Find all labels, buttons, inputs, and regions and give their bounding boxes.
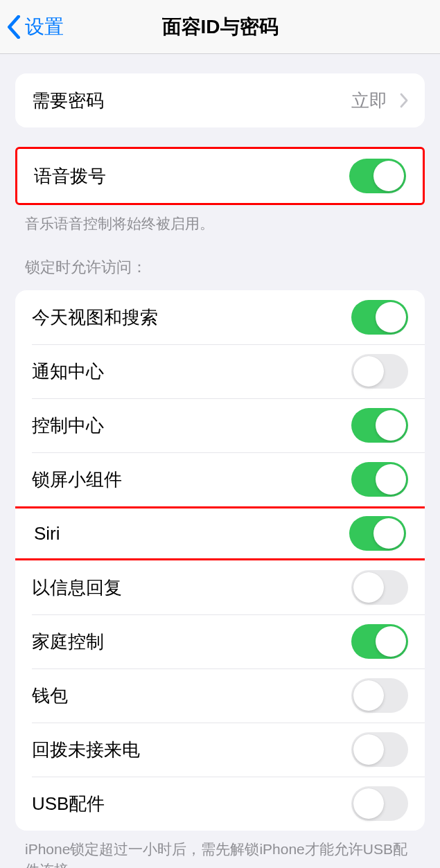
lock-access-toggle[interactable] [351, 354, 408, 389]
lock-access-row: 今天视图和搜索 [15, 290, 425, 344]
voice-dial-group: 语音拨号 [15, 147, 425, 205]
lock-access-label: 控制中心 [32, 414, 104, 438]
lock-access-toggle[interactable] [351, 462, 408, 497]
lock-access-label: 锁屏小组件 [32, 468, 122, 492]
require-passcode-value: 立即 [351, 89, 408, 113]
lock-access-row: 以信息回复 [15, 560, 425, 614]
lock-access-row: 家庭控制 [15, 614, 425, 668]
lock-access-label: USB配件 [32, 792, 105, 816]
navigation-bar: 设置 面容ID与密码 [0, 0, 440, 54]
require-passcode-row[interactable]: 需要密码 立即 [15, 73, 425, 127]
back-label: 设置 [25, 14, 64, 40]
lock-access-row: 钱包 [15, 668, 425, 723]
chevron-right-icon [400, 93, 408, 108]
lock-access-footer: iPhone锁定超过一小时后，需先解锁iPhone才能允许USB配件连接。 [0, 831, 440, 868]
lock-access-header: 锁定时允许访问： [0, 233, 440, 285]
lock-access-row: 通知中心 [15, 344, 425, 398]
voice-dial-toggle[interactable] [349, 159, 406, 193]
lock-access-toggle[interactable] [351, 786, 408, 821]
lock-access-toggle[interactable] [351, 570, 408, 605]
lock-access-label: 以信息回复 [32, 576, 122, 600]
passcode-group: 需要密码 立即 [15, 73, 425, 127]
lock-access-label: Siri [34, 523, 60, 544]
lock-access-label: 通知中心 [32, 360, 104, 384]
lock-access-group: 今天视图和搜索通知中心控制中心锁屏小组件Siri以信息回复家庭控制钱包回拨未接来… [15, 290, 425, 831]
lock-access-row: 锁屏小组件 [15, 452, 425, 506]
lock-access-label: 回拨未接来电 [32, 738, 140, 762]
voice-dial-footer: 音乐语音控制将始终被启用。 [0, 205, 440, 233]
page-title: 面容ID与密码 [0, 14, 440, 40]
lock-access-row: 回拨未接来电 [15, 723, 425, 777]
lock-access-toggle[interactable] [351, 408, 408, 443]
chevron-left-icon [7, 15, 21, 39]
lock-access-label: 今天视图和搜索 [32, 305, 158, 330]
voice-dial-label: 语音拨号 [34, 164, 106, 188]
lock-access-row: Siri [15, 506, 425, 560]
lock-access-toggle[interactable] [351, 300, 408, 335]
lock-access-toggle[interactable] [349, 516, 406, 551]
lock-access-toggle[interactable] [351, 732, 408, 767]
lock-access-row: USB配件 [15, 777, 425, 831]
voice-dial-row: 语音拨号 [17, 149, 423, 203]
require-passcode-label: 需要密码 [32, 89, 104, 113]
lock-access-label: 家庭控制 [32, 630, 104, 654]
back-button[interactable]: 设置 [0, 14, 64, 40]
lock-access-toggle[interactable] [351, 624, 408, 659]
lock-access-row: 控制中心 [15, 398, 425, 452]
lock-access-label: 钱包 [32, 684, 68, 708]
lock-access-toggle[interactable] [351, 678, 408, 713]
